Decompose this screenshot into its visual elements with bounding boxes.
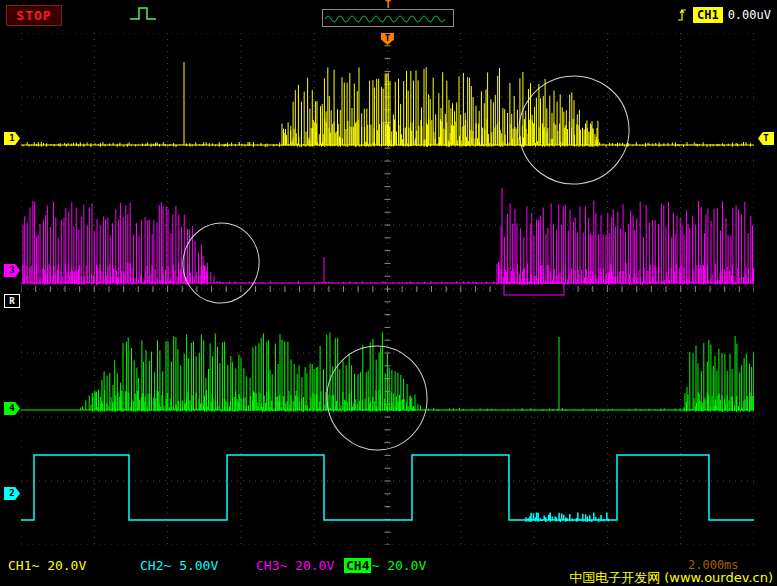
trigger-source-badge: CH1 xyxy=(693,7,723,23)
watermark: 中国电子开发网 (www.ourdev.cn) xyxy=(569,569,773,586)
ch3-coupling: ~ xyxy=(279,558,287,573)
ch4-trace xyxy=(21,332,754,412)
channel-marker-1: 1 xyxy=(4,132,20,145)
channel-marker-3: 3 xyxy=(4,264,20,277)
channel-marker-2: 2 xyxy=(4,487,20,500)
record-view-bar xyxy=(322,9,454,27)
ch4-coupling: ~ xyxy=(371,558,379,573)
ch3-scale: 20.0V xyxy=(295,558,334,573)
ch3-trace xyxy=(21,188,754,285)
ch1-scale: 20.0V xyxy=(47,558,86,573)
ch2-coupling: ~ xyxy=(163,558,171,573)
acquisition-status-badge: STOP xyxy=(6,5,62,26)
preview-waveform-icon xyxy=(323,11,449,25)
trigger-slope-icon xyxy=(676,7,688,23)
top-bar: STOP T CH1 0.00uV xyxy=(0,0,777,31)
channel-marker-R: R xyxy=(4,294,20,308)
channel-marker-4: 4 xyxy=(4,402,20,415)
ch2-label: CH2 xyxy=(140,558,163,573)
ch1-settings: CH1~ 20.0V xyxy=(8,558,86,573)
ch1-label: CH1 xyxy=(8,558,31,573)
trigger-readout: CH1 0.00uV xyxy=(676,5,771,25)
waveform-display: 13R42TT xyxy=(0,31,777,547)
trigger-level-readout: 0.00uV xyxy=(728,8,771,22)
ch1-trace xyxy=(21,62,754,147)
ch3-label: CH3 xyxy=(256,558,279,573)
ch2-scale: 5.00V xyxy=(179,558,218,573)
trigger-pulse-icon xyxy=(128,4,162,24)
graticule xyxy=(21,33,754,545)
ch2-settings: CH2~ 5.00V xyxy=(140,558,218,573)
ch4-settings: CH4~ 20.0V xyxy=(344,558,426,573)
horizontal-position-preview: T xyxy=(322,0,454,31)
trigger-level-marker: T xyxy=(758,132,774,145)
oscilloscope-screen: STOP T CH1 0.00uV 13R42TT CH1~ 20.0V CH2… xyxy=(0,0,777,586)
ch3-settings: CH3~ 20.0V xyxy=(256,558,334,573)
ch1-coupling: ~ xyxy=(31,558,39,573)
ch4-label: CH4 xyxy=(344,558,371,573)
ch4-scale: 20.0V xyxy=(387,558,426,573)
